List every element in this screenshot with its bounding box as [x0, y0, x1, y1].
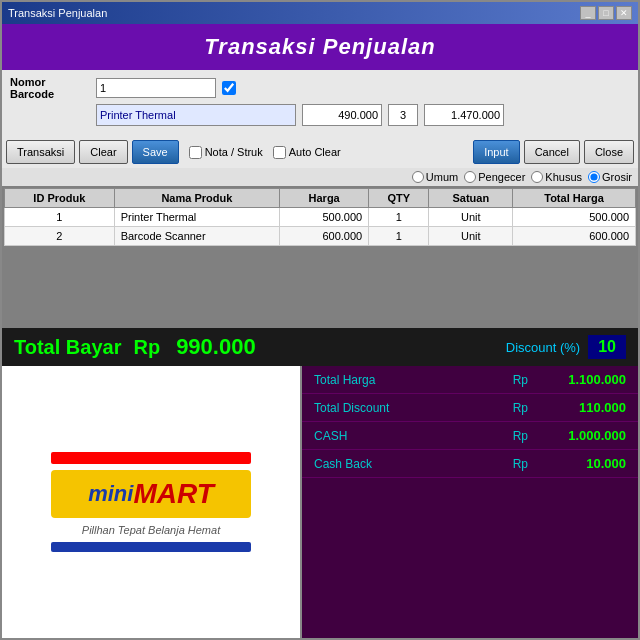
product-table: ID Produk Nama Produk Harga QTY Satuan T… [4, 188, 636, 246]
radio-pengecer[interactable]: Pengecer [464, 171, 525, 183]
nomor-barcode-label: Nomor Barcode [10, 76, 90, 100]
radio-khusus-input[interactable] [531, 171, 543, 183]
radio-khusus[interactable]: Khusus [531, 171, 582, 183]
radio-umum-input[interactable] [412, 171, 424, 183]
buttons-row: Transaksi Clear Save Nota / Struk Auto C… [2, 136, 638, 168]
col-satuan: Satuan [429, 189, 513, 208]
summary-label: Cash Back [314, 457, 513, 471]
discount-value: 10 [588, 335, 626, 359]
cell-id: 1 [5, 208, 115, 227]
product-table-area: ID Produk Nama Produk Harga QTY Satuan T… [2, 186, 638, 248]
app-title: Transaksi Penjualan [2, 34, 638, 60]
radio-grosir-label: Grosir [602, 171, 632, 183]
total-input[interactable] [424, 104, 504, 126]
col-qty: QTY [369, 189, 429, 208]
cancel-button[interactable]: Cancel [524, 140, 580, 164]
summary-rp: Rp [513, 429, 528, 443]
radio-pengecer-input[interactable] [464, 171, 476, 183]
logo-area: mini MART Pillhan Tepat Belanja Hemat [2, 366, 302, 638]
cell-name: Barcode Scanner [114, 227, 279, 246]
input-button[interactable]: Input [473, 140, 519, 164]
cell-satuan: Unit [429, 208, 513, 227]
cell-qty: 1 [369, 227, 429, 246]
summary-value: 1.000.000 [536, 428, 626, 443]
radio-umum-label: Umum [426, 171, 458, 183]
price-input[interactable] [302, 104, 382, 126]
barcode-checkbox[interactable] [222, 81, 236, 95]
auto-clear-checkbox[interactable] [273, 146, 286, 159]
summary-value: 110.000 [536, 400, 626, 415]
summary-value: 1.100.000 [536, 372, 626, 387]
summary-label: Total Harga [314, 373, 513, 387]
discount-section: Discount (%) 10 [506, 335, 626, 359]
transaksi-button[interactable]: Transaksi [6, 140, 75, 164]
main-window: Transaksi Penjualan _ □ ✕ Transaksi Penj… [0, 0, 640, 640]
table-row[interactable]: 2 Barcode Scanner 600.000 1 Unit 600.000 [5, 227, 636, 246]
logo-mini-text: mini [88, 481, 133, 507]
discount-label: Discount (%) [506, 340, 580, 355]
summary-row: Total Discount Rp 110.000 [302, 394, 638, 422]
radio-grosir-input[interactable] [588, 171, 600, 183]
total-bayar-value: 990.000 [176, 334, 506, 360]
col-id: ID Produk [5, 189, 115, 208]
table-empty-space [2, 248, 638, 328]
form-row-product [10, 104, 630, 126]
summary-label: Total Discount [314, 401, 513, 415]
nota-struk-checkbox[interactable] [189, 146, 202, 159]
col-name: Nama Produk [114, 189, 279, 208]
logo-blue-bar [51, 542, 251, 552]
total-bayar-label: Total Bayar [14, 336, 121, 359]
app-header: Transaksi Penjualan [2, 24, 638, 70]
form-row-barcode: Nomor Barcode [10, 76, 630, 100]
col-harga: Harga [280, 189, 369, 208]
action-buttons: Input Cancel Close [473, 140, 634, 164]
close-button[interactable]: ✕ [616, 6, 632, 20]
summary-value: 10.000 [536, 456, 626, 471]
product-name-input[interactable] [96, 104, 296, 126]
cell-harga: 600.000 [280, 227, 369, 246]
col-total: Total Harga [513, 189, 636, 208]
summary-rp: Rp [513, 373, 528, 387]
summary-row: Total Harga Rp 1.100.000 [302, 366, 638, 394]
logo-red-bar [51, 452, 251, 464]
cell-total: 500.000 [513, 208, 636, 227]
maximize-button[interactable]: □ [598, 6, 614, 20]
cell-qty: 1 [369, 208, 429, 227]
summary-row: CASH Rp 1.000.000 [302, 422, 638, 450]
clear-button[interactable]: Clear [79, 140, 127, 164]
table-row[interactable]: 1 Printer Thermal 500.000 1 Unit 500.000 [5, 208, 636, 227]
cell-name: Printer Thermal [114, 208, 279, 227]
table-header-row: ID Produk Nama Produk Harga QTY Satuan T… [5, 189, 636, 208]
summary-panel: Total Harga Rp 1.100.000 Total Discount … [302, 366, 638, 638]
qty-input[interactable] [388, 104, 418, 126]
cell-harga: 500.000 [280, 208, 369, 227]
logo-box: mini MART [51, 470, 251, 518]
minimize-button[interactable]: _ [580, 6, 596, 20]
window-title: Transaksi Penjualan [8, 7, 107, 19]
logo-tagline: Pillhan Tepat Belanja Hemat [82, 524, 220, 536]
summary-rp: Rp [513, 401, 528, 415]
bottom-area: mini MART Pillhan Tepat Belanja Hemat To… [2, 366, 638, 638]
title-bar: Transaksi Penjualan _ □ ✕ [2, 2, 638, 24]
form-area: Nomor Barcode [2, 70, 638, 136]
auto-clear-label: Auto Clear [273, 146, 341, 159]
cell-id: 2 [5, 227, 115, 246]
total-bar: Total Bayar Rp 990.000 Discount (%) 10 [2, 328, 638, 366]
nota-struk-label: Nota / Struk [189, 146, 263, 159]
radio-row: Umum Pengecer Khusus Grosir [2, 168, 638, 186]
logo-mart-text: MART [133, 478, 213, 510]
radio-khusus-label: Khusus [545, 171, 582, 183]
barcode-input[interactable] [96, 78, 216, 98]
summary-label: CASH [314, 429, 513, 443]
summary-row: Cash Back Rp 10.000 [302, 450, 638, 478]
summary-rp: Rp [513, 457, 528, 471]
radio-grosir[interactable]: Grosir [588, 171, 632, 183]
save-button[interactable]: Save [132, 140, 179, 164]
total-rp-symbol: Rp [133, 336, 160, 359]
radio-pengecer-label: Pengecer [478, 171, 525, 183]
title-bar-controls: _ □ ✕ [580, 6, 632, 20]
cell-satuan: Unit [429, 227, 513, 246]
radio-umum[interactable]: Umum [412, 171, 458, 183]
cell-total: 600.000 [513, 227, 636, 246]
close-button-form[interactable]: Close [584, 140, 634, 164]
